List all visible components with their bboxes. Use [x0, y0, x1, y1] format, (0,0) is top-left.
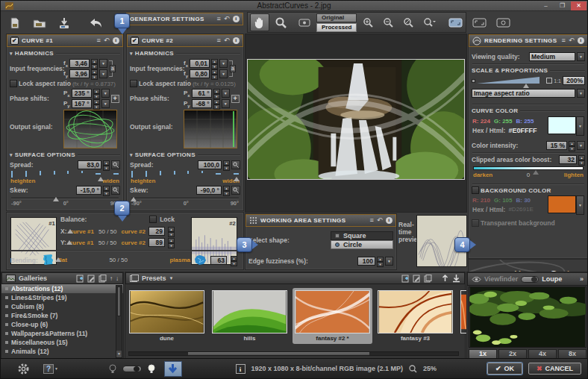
bending-stepper[interactable]: ▲▼ — [231, 256, 237, 265]
galleries-scrollbar[interactable]: ▼ — [116, 285, 122, 358]
copy-preset-icon[interactable] — [424, 275, 432, 283]
skew-stepper[interactable]: ▲▼ — [223, 186, 230, 195]
balance-x-stepper[interactable]: ▲▼ — [168, 227, 175, 236]
bending-thumb[interactable] — [55, 257, 61, 262]
move-down-icon[interactable]: ↓ — [116, 275, 119, 282]
fy-stepper[interactable]: ▲▼ — [91, 69, 98, 78]
preset-item[interactable]: hills — [210, 288, 290, 344]
fy-dropdown[interactable]: ▼ — [219, 69, 228, 78]
expand-icon[interactable]: » — [580, 275, 584, 283]
scroll-down-icon[interactable]: ▼ — [116, 351, 122, 357]
fit-square-icon[interactable] — [546, 78, 552, 84]
boost-thumb[interactable] — [533, 170, 539, 175]
py-input[interactable]: -68 ° — [192, 99, 212, 108]
edge-fuzziness-stepper[interactable]: ▲▼ — [377, 257, 384, 266]
zoom-off-button[interactable] — [399, 13, 417, 31]
fy-stepper[interactable]: ▲▼ — [211, 69, 218, 78]
py-stepper[interactable]: ▲▼ — [93, 99, 100, 108]
px-input[interactable]: 61 ° — [192, 89, 212, 98]
balance-lock-checkbox[interactable] — [149, 216, 157, 223]
info-icon[interactable]: i — [233, 16, 240, 22]
color-intensity-dropdown[interactable]: ▼ — [577, 141, 585, 150]
spread-input[interactable]: 100,0 — [198, 160, 222, 169]
skew-input[interactable]: -90,0 ° — [196, 186, 222, 195]
preset-item[interactable]: dune — [127, 288, 207, 344]
bending-input[interactable]: 63 — [210, 256, 227, 265]
one-to-one-label[interactable]: 1:1 — [554, 78, 561, 84]
color-intensity-stepper[interactable]: ▲▼ — [569, 141, 575, 150]
fx-dropdown[interactable]: ▼ — [99, 59, 107, 68]
working-area-header[interactable]: WORKING AREA SETTINGS ≡↶i — [245, 214, 396, 227]
fit-screen-button[interactable] — [469, 13, 490, 31]
fy-input[interactable]: 3,96 — [69, 69, 90, 78]
help-button[interactable]: ? — [43, 364, 54, 374]
skew-input[interactable]: -15,0 ° — [76, 186, 101, 195]
skew-stepper[interactable]: ▲▼ — [103, 186, 110, 195]
fx-stepper[interactable]: ▲▼ — [91, 59, 98, 68]
transparent-bg-checkbox[interactable] — [472, 219, 479, 227]
boost-stepper[interactable]: ▲▼ — [578, 155, 585, 164]
skew-fine-tune-icon[interactable] — [231, 186, 240, 195]
menu-icon[interactable]: ≡ — [216, 16, 221, 22]
ok-button[interactable]: ✔OK — [487, 363, 522, 375]
download-update-button[interactable] — [164, 361, 182, 377]
py-input[interactable]: 167 ° — [72, 99, 92, 108]
py-dropdown[interactable]: ▼ — [222, 99, 230, 108]
settings-gear-icon[interactable] — [17, 363, 30, 375]
color-intensity-input[interactable]: 15 % — [546, 141, 567, 150]
gallery-item[interactable]: Miscellaneous (15) — [1, 338, 123, 347]
balance-x-thumb[interactable] — [67, 229, 73, 234]
info-icon[interactable]: i — [578, 37, 584, 44]
info-icon[interactable]: i — [233, 37, 240, 44]
menu-icon[interactable]: ≡ — [369, 217, 374, 224]
balance-x-input[interactable]: 29 — [148, 227, 165, 236]
background-color-checkbox[interactable] — [472, 187, 479, 194]
gallery-item[interactable]: Abstractions (12)▸ — [1, 284, 123, 293]
image-aspect-dropdown[interactable]: ▼ — [577, 89, 585, 98]
presets-scrollbar[interactable] — [128, 351, 459, 356]
move-up-icon[interactable]: ↑ — [110, 275, 113, 282]
harmonics-section-toggle[interactable]: ▾HARMONICS — [10, 50, 120, 57]
edge-fuzziness-input[interactable]: 100 — [357, 257, 375, 266]
link-lock-icon[interactable]: a — [229, 59, 236, 78]
fx-input[interactable]: 0,01 — [190, 59, 210, 68]
info-icon[interactable]: i — [386, 217, 392, 224]
new-image-button[interactable] — [5, 14, 25, 32]
gallery-item[interactable]: Animals (12) — [1, 347, 123, 356]
harmonics-section-toggle[interactable]: ▾HARMONICS — [130, 50, 240, 57]
px-stepper[interactable]: ▲▼ — [93, 89, 100, 98]
gallery-item[interactable]: Fire&Smoke (7) — [1, 311, 123, 320]
reset-icon[interactable]: ↶ — [224, 37, 230, 44]
menu-icon[interactable]: ≡ — [96, 37, 101, 44]
reset-icon[interactable]: ↶ — [224, 16, 230, 22]
spread-fine-tune-icon[interactable] — [231, 160, 240, 169]
gallery-item[interactable]: Close-up (6) — [1, 320, 123, 329]
lock-aspect-checkbox[interactable] — [10, 80, 17, 87]
curve1-enable-checkbox[interactable]: ✔ — [10, 37, 19, 45]
original-button[interactable]: Original — [316, 13, 357, 22]
fx-dropdown[interactable]: ▼ — [219, 59, 228, 68]
skew-slider[interactable] — [11, 196, 119, 198]
py-dropdown[interactable]: ▼ — [101, 99, 110, 108]
loupe-image[interactable] — [469, 286, 587, 348]
presets-title[interactable]: Presets — [142, 275, 166, 282]
phase-extra-button[interactable]: + — [231, 95, 240, 103]
copy-gallery-icon[interactable] — [98, 275, 107, 283]
spread-fine-tune-icon[interactable] — [111, 160, 120, 169]
loupe-tab[interactable]: Loupe — [542, 275, 562, 283]
shape-square-option[interactable]: Square — [331, 231, 393, 240]
cancel-button[interactable]: ✖CANCEL — [528, 363, 581, 375]
export-preset-icon[interactable] — [452, 274, 460, 283]
edge-fuzziness-dropdown[interactable]: ▼ — [385, 257, 393, 266]
gallery-item[interactable]: Wallpapers&Patterns (11) — [1, 329, 123, 338]
spread-slider[interactable] — [11, 171, 119, 178]
fit-image-button[interactable] — [445, 13, 466, 31]
viewing-quality-select[interactable]: Medium — [529, 52, 575, 61]
presets-dropdown-icon[interactable]: ▼ — [169, 276, 174, 281]
fy-input[interactable]: 0,80 — [190, 69, 210, 78]
spread-stepper[interactable]: ▲▼ — [223, 160, 230, 169]
curve-color-swatch[interactable] — [548, 116, 576, 134]
zoom-out-button[interactable] — [379, 13, 397, 31]
py-stepper[interactable]: ▲▼ — [213, 99, 220, 108]
zoom-presets-button[interactable] — [419, 13, 440, 31]
